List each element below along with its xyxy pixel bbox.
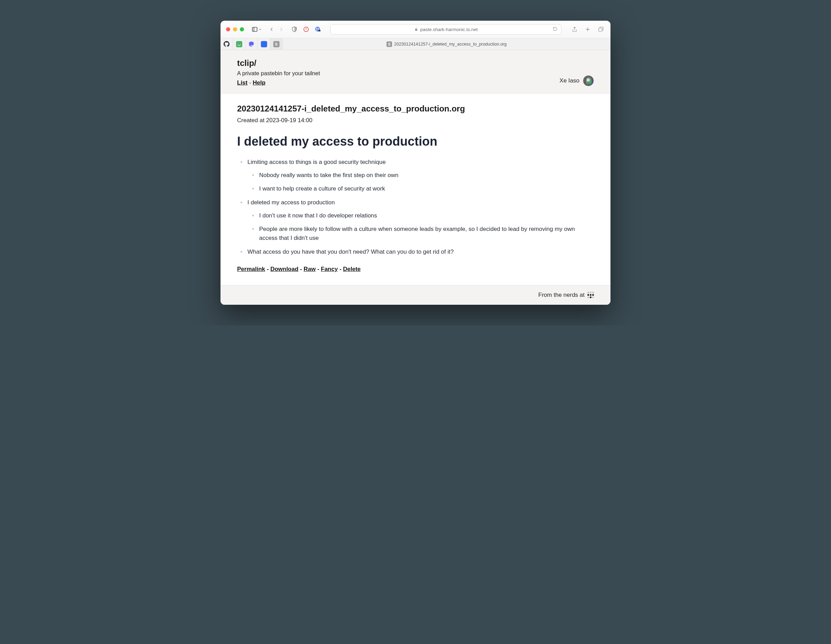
close-window-button[interactable] <box>226 27 230 32</box>
header-nav: List - Help <box>237 80 320 86</box>
raw-link[interactable]: Raw <box>304 266 316 272</box>
reload-icon <box>552 26 558 32</box>
pinned-tab-mastodon[interactable] <box>245 38 258 50</box>
footer: From the nerds at <box>221 285 610 305</box>
chevron-right-icon <box>278 26 284 32</box>
list-item: I don't use it now that I do developer r… <box>247 211 594 220</box>
share-icon <box>572 26 578 32</box>
lock-icon <box>414 27 418 32</box>
nav-list-link[interactable]: List <box>237 80 247 86</box>
paste-filename: 20230124141257-i_deleted_my_access_to_pr… <box>237 104 594 113</box>
sidebar-icon <box>252 26 258 32</box>
user-area: Xe Iaso <box>559 75 594 86</box>
address-bar[interactable]: paste.shark-harmonic.ts.net <box>330 24 562 35</box>
svg-rect-0 <box>252 27 257 32</box>
globe-lock-icon <box>315 26 321 32</box>
svg-rect-6 <box>415 29 417 31</box>
maximize-window-button[interactable] <box>240 27 244 32</box>
tab-bar: ◡ S S 20230124141257-i_deleted_my_access… <box>221 38 610 50</box>
svg-rect-9 <box>599 28 602 32</box>
list-item: I deleted my access to productionI don't… <box>237 198 594 242</box>
created-at: Created at 2023-09-19 14:00 <box>237 117 594 124</box>
plus-icon <box>584 26 591 32</box>
pinned-tabs: ◡ S <box>221 38 283 50</box>
pinned-tab-github[interactable] <box>221 38 233 50</box>
username: Xe Iaso <box>559 77 579 84</box>
fancy-link[interactable]: Fancy <box>321 266 338 272</box>
list-item: I want to help create a culture of secur… <box>247 184 594 193</box>
shield-icon <box>291 26 298 32</box>
privacy-shield-button[interactable] <box>290 25 299 33</box>
action-sep: - <box>265 266 270 272</box>
brand-title: tclip/ <box>237 58 320 68</box>
tagline: A private pastebin for your tailnet <box>237 70 320 77</box>
pinned-tab-5[interactable]: S <box>270 38 283 50</box>
list-item: People are more likely to follow with a … <box>247 225 594 243</box>
main-content: 20230124141257-i_deleted_my_access_to_pr… <box>221 94 610 285</box>
pinned-tab-2[interactable]: ◡ <box>233 38 245 50</box>
pinned-tab-4[interactable] <box>258 38 270 50</box>
tab-favicon: S <box>387 41 392 47</box>
extension-button-2[interactable] <box>314 25 322 33</box>
github-icon <box>224 41 229 47</box>
list-item: Limiting access to things is a good secu… <box>237 158 594 193</box>
mask-icon: ◡ <box>236 41 242 47</box>
square-icon <box>261 41 267 47</box>
tabs-icon <box>598 26 604 32</box>
avatar[interactable] <box>583 75 594 86</box>
paste-actions: Permalink - Download - Raw - Fancy - Del… <box>237 266 594 273</box>
extension-button-1[interactable] <box>302 25 310 33</box>
tab-title: 20230124141257-i_deleted_my_access_to_pr… <box>394 42 506 46</box>
footer-text: From the nerds at <box>538 292 584 298</box>
s-icon: S <box>273 41 280 47</box>
url-text: paste.shark-harmonic.ts.net <box>420 27 478 32</box>
action-sep: - <box>316 266 321 272</box>
mastodon-icon <box>248 41 254 47</box>
power-circle-icon <box>303 26 309 32</box>
minimize-window-button[interactable] <box>233 27 237 32</box>
permalink-link[interactable]: Permalink <box>237 266 265 272</box>
chevron-down-icon <box>258 28 262 31</box>
chevron-left-icon <box>269 26 275 32</box>
new-tab-button[interactable] <box>584 25 592 33</box>
reload-button[interactable] <box>552 26 558 32</box>
action-sep: - <box>299 266 304 272</box>
document-heading: I deleted my access to production <box>237 134 594 149</box>
svg-rect-5 <box>318 30 321 32</box>
tab-overview-button[interactable] <box>597 25 605 33</box>
tailscale-logo-icon <box>587 292 594 298</box>
window-controls <box>226 27 244 32</box>
list-item: Nobody really wants to take the first st… <box>247 171 594 180</box>
share-button[interactable] <box>570 25 579 33</box>
list-item: What access do you have that you don't n… <box>237 247 594 257</box>
nav-sep: - <box>247 80 253 86</box>
action-sep: - <box>338 266 343 272</box>
delete-link[interactable]: Delete <box>343 266 361 272</box>
app-header: tclip/ A private pastebin for your tailn… <box>221 50 610 94</box>
document-body: Limiting access to things is a good secu… <box>237 158 594 257</box>
back-button[interactable] <box>267 25 276 33</box>
sidebar-toggle-button[interactable] <box>252 26 262 32</box>
browser-window: paste.shark-harmonic.ts.net ◡ <box>221 21 610 305</box>
forward-button[interactable] <box>277 25 285 33</box>
active-tab[interactable]: S 20230124141257-i_deleted_my_access_to_… <box>283 41 610 47</box>
browser-toolbar: paste.shark-harmonic.ts.net <box>221 21 610 38</box>
download-link[interactable]: Download <box>270 266 298 272</box>
nav-help-link[interactable]: Help <box>253 80 265 86</box>
